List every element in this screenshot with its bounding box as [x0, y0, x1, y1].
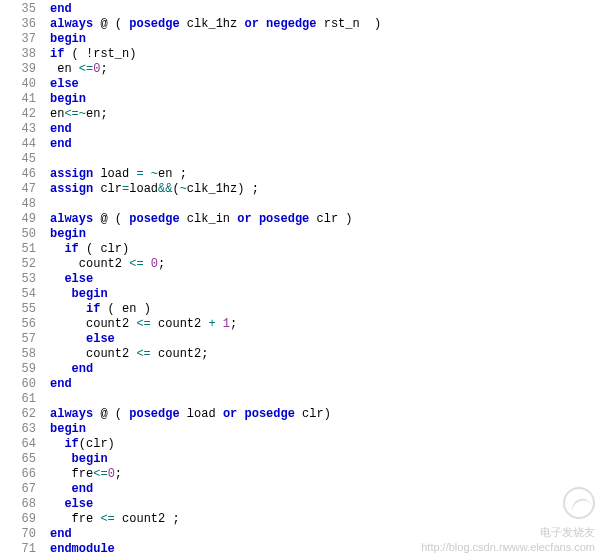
line-number: 54: [0, 287, 36, 302]
code-line[interactable]: end: [50, 377, 381, 392]
line-number: 51: [0, 242, 36, 257]
code-line[interactable]: endmodule: [50, 542, 381, 557]
line-number: 36: [0, 17, 36, 32]
code-line[interactable]: begin: [50, 422, 381, 437]
line-number: 64: [0, 437, 36, 452]
line-number: 37: [0, 32, 36, 47]
line-number: 48: [0, 197, 36, 212]
code-line[interactable]: end: [50, 2, 381, 17]
code-line[interactable]: [50, 152, 381, 167]
code-area[interactable]: endalways @ ( posedge clk_1hz or negedge…: [42, 2, 381, 557]
code-line[interactable]: [50, 197, 381, 212]
line-number: 43: [0, 122, 36, 137]
code-line[interactable]: en <=0;: [50, 62, 381, 77]
code-line[interactable]: begin: [50, 452, 381, 467]
code-editor[interactable]: 3536373839404142434445464748495051525354…: [0, 0, 600, 557]
line-number: 57: [0, 332, 36, 347]
line-number: 44: [0, 137, 36, 152]
line-number: 42: [0, 107, 36, 122]
line-number: 53: [0, 272, 36, 287]
code-line[interactable]: else: [50, 332, 381, 347]
line-number: 46: [0, 167, 36, 182]
line-number: 66: [0, 467, 36, 482]
code-line[interactable]: assign load = ~en ;: [50, 167, 381, 182]
code-line[interactable]: assign clr=load&&(~clk_1hz) ;: [50, 182, 381, 197]
line-number: 50: [0, 227, 36, 242]
code-line[interactable]: else: [50, 497, 381, 512]
code-line[interactable]: end: [50, 137, 381, 152]
code-line[interactable]: begin: [50, 32, 381, 47]
line-number: 38: [0, 47, 36, 62]
code-line[interactable]: [50, 392, 381, 407]
line-number-gutter: 3536373839404142434445464748495051525354…: [0, 2, 42, 557]
line-number: 60: [0, 377, 36, 392]
code-line[interactable]: count2 <= count2 + 1;: [50, 317, 381, 332]
code-line[interactable]: always @ ( posedge clk_1hz or negedge rs…: [50, 17, 381, 32]
line-number: 65: [0, 452, 36, 467]
line-number: 70: [0, 527, 36, 542]
line-number: 55: [0, 302, 36, 317]
code-line[interactable]: fre<=0;: [50, 467, 381, 482]
code-line[interactable]: end: [50, 122, 381, 137]
code-line[interactable]: en<=~en;: [50, 107, 381, 122]
line-number: 62: [0, 407, 36, 422]
line-number: 39: [0, 62, 36, 77]
line-number: 40: [0, 77, 36, 92]
code-line[interactable]: count2 <= 0;: [50, 257, 381, 272]
line-number: 58: [0, 347, 36, 362]
line-number: 69: [0, 512, 36, 527]
line-number: 47: [0, 182, 36, 197]
line-number: 45: [0, 152, 36, 167]
code-line[interactable]: if ( !rst_n): [50, 47, 381, 62]
code-line[interactable]: count2 <= count2;: [50, 347, 381, 362]
code-line[interactable]: if ( en ): [50, 302, 381, 317]
code-line[interactable]: else: [50, 272, 381, 287]
line-number: 68: [0, 497, 36, 512]
line-number: 59: [0, 362, 36, 377]
code-line[interactable]: always @ ( posedge clk_in or posedge clr…: [50, 212, 381, 227]
code-line[interactable]: begin: [50, 227, 381, 242]
line-number: 67: [0, 482, 36, 497]
line-number: 61: [0, 392, 36, 407]
line-number: 63: [0, 422, 36, 437]
line-number: 71: [0, 542, 36, 557]
code-line[interactable]: always @ ( posedge load or posedge clr): [50, 407, 381, 422]
code-line[interactable]: fre <= count2 ;: [50, 512, 381, 527]
line-number: 35: [0, 2, 36, 17]
code-line[interactable]: end: [50, 527, 381, 542]
line-number: 41: [0, 92, 36, 107]
code-line[interactable]: begin: [50, 287, 381, 302]
line-number: 56: [0, 317, 36, 332]
code-line[interactable]: end: [50, 482, 381, 497]
code-line[interactable]: else: [50, 77, 381, 92]
code-line[interactable]: begin: [50, 92, 381, 107]
code-line[interactable]: if ( clr): [50, 242, 381, 257]
code-line[interactable]: if(clr): [50, 437, 381, 452]
code-line[interactable]: end: [50, 362, 381, 377]
line-number: 52: [0, 257, 36, 272]
line-number: 49: [0, 212, 36, 227]
